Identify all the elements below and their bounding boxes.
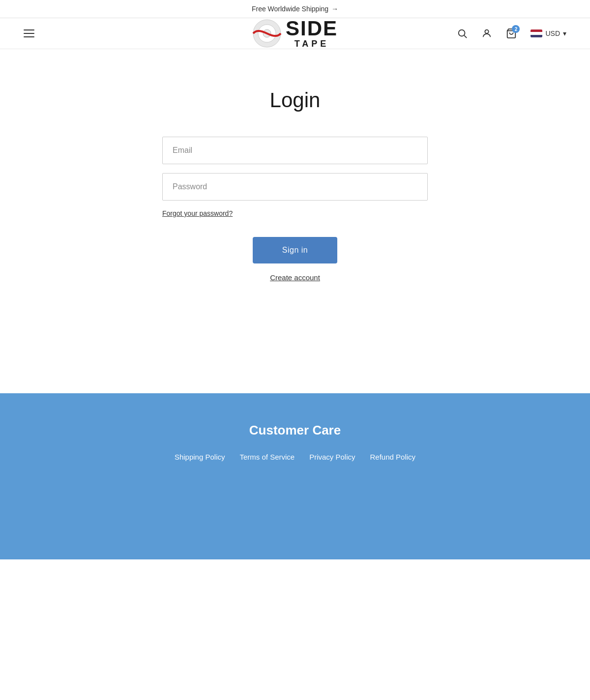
logo-icon bbox=[252, 19, 282, 48]
announcement-text: Free Worldwide Shipping bbox=[252, 5, 328, 13]
sign-in-button[interactable]: Sign in bbox=[253, 237, 337, 263]
logo-side-text: SIDE bbox=[286, 18, 338, 39]
header-left bbox=[20, 26, 38, 41]
header-right: 2 USD ▾ bbox=[453, 24, 570, 43]
currency-label: USD bbox=[545, 29, 560, 37]
footer-links: Shipping Policy Terms of Service Privacy… bbox=[10, 453, 580, 461]
cart-badge: 2 bbox=[512, 25, 520, 33]
search-icon bbox=[457, 28, 468, 39]
forgot-password-link[interactable]: Forgot your password? bbox=[162, 209, 428, 217]
account-icon bbox=[481, 28, 492, 39]
footer-link-privacy[interactable]: Privacy Policy bbox=[309, 453, 355, 461]
currency-selector[interactable]: USD ▾ bbox=[527, 28, 570, 39]
currency-chevron-icon: ▾ bbox=[563, 29, 566, 37]
create-account-link[interactable]: Create account bbox=[162, 273, 428, 282]
menu-line-3 bbox=[24, 36, 34, 37]
announcement-arrow: → bbox=[331, 5, 338, 13]
footer-link-refund[interactable]: Refund Policy bbox=[370, 453, 416, 461]
logo-tape-text: TAPE bbox=[286, 39, 338, 49]
announcement-bar: Free Worldwide Shipping → bbox=[0, 0, 590, 18]
password-input[interactable] bbox=[162, 173, 428, 201]
footer-link-terms[interactable]: Terms of Service bbox=[239, 453, 295, 461]
svg-point-5 bbox=[485, 30, 489, 33]
footer-title: Customer Care bbox=[10, 423, 580, 438]
footer-bottom bbox=[0, 500, 590, 559]
flag-icon bbox=[531, 29, 542, 37]
login-form: Forgot your password? Sign in Create acc… bbox=[162, 137, 428, 282]
svg-point-3 bbox=[459, 30, 465, 36]
footer: Customer Care Shipping Policy Terms of S… bbox=[0, 393, 590, 500]
announcement-link[interactable]: Free Worldwide Shipping → bbox=[252, 5, 338, 13]
cart-button[interactable]: 2 bbox=[502, 24, 521, 43]
svg-line-4 bbox=[465, 35, 467, 38]
email-input[interactable] bbox=[162, 137, 428, 164]
logo-area[interactable]: SIDE TAPE bbox=[252, 18, 338, 49]
page-title: Login bbox=[270, 88, 321, 112]
header: SIDE TAPE 2 USD ▾ bbox=[0, 18, 590, 49]
menu-button[interactable] bbox=[20, 26, 38, 41]
account-button[interactable] bbox=[477, 24, 496, 43]
menu-line-1 bbox=[24, 29, 34, 30]
footer-link-shipping[interactable]: Shipping Policy bbox=[175, 453, 225, 461]
search-button[interactable] bbox=[453, 24, 472, 43]
menu-line-2 bbox=[24, 33, 34, 34]
main-content: Login Forgot your password? Sign in Crea… bbox=[0, 49, 590, 393]
logo-text-group: SIDE TAPE bbox=[286, 18, 338, 49]
